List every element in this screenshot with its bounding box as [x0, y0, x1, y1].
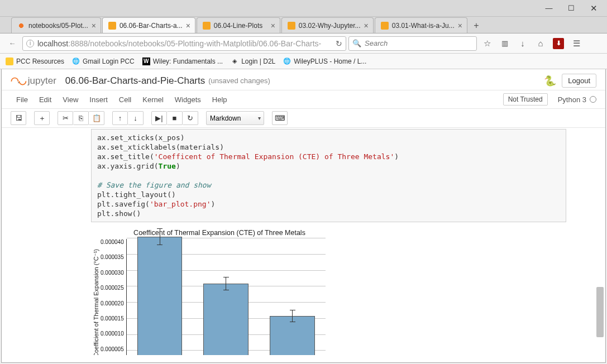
- menu-cell[interactable]: Cell: [113, 93, 137, 106]
- run-button[interactable]: ▶|: [151, 111, 167, 125]
- code-line: plt.savefig(: [97, 200, 150, 208]
- menu-edit[interactable]: Edit: [34, 93, 57, 106]
- tab-label: 06.06-Bar-Charts-a...: [120, 22, 183, 30]
- move-down-button[interactable]: ↓: [128, 111, 144, 125]
- code-line: plt.tight_layout(): [97, 190, 176, 199]
- tab-close-icon[interactable]: ×: [271, 21, 275, 30]
- tab-label: notebooks/05-Plot...: [28, 22, 88, 30]
- downloads-icon[interactable]: ↓: [515, 36, 530, 51]
- kernel-indicator[interactable]: Python 3: [558, 95, 596, 104]
- bookmark-star-icon[interactable]: ☆: [479, 36, 495, 51]
- browser-navbar: ← i localhost:8888/notebooks/notebooks/0…: [0, 33, 607, 54]
- bookmark-label: WileyPLUS - Home / L...: [294, 58, 366, 65]
- window-close-button[interactable]: ✕: [582, 1, 605, 16]
- jupyter-header: ◠•◡ jupyter 06.06-Bar-Charts-and-Pie-Cha…: [2, 69, 605, 90]
- browser-tab[interactable]: 03.02-Why-Jupyter... ×: [281, 17, 374, 33]
- trust-indicator[interactable]: Not Trusted: [503, 93, 548, 106]
- refresh-icon[interactable]: ↻: [336, 39, 342, 48]
- url-bar[interactable]: i localhost:8888/notebooks/notebooks/05-…: [22, 36, 346, 51]
- python-icon: 🐍: [544, 75, 556, 87]
- chart-yaxis: 0.000040 0.000035 0.000030 0.000025 0.00…: [101, 239, 126, 355]
- paste-button[interactable]: 📋: [89, 111, 104, 125]
- menu-file[interactable]: File: [11, 93, 34, 106]
- copy-button[interactable]: ⎘: [73, 111, 89, 125]
- code-line: ): [211, 200, 216, 208]
- bookmark-item[interactable]: PCC Resources: [6, 58, 64, 65]
- command-palette-button[interactable]: ⌨: [272, 111, 288, 125]
- tab-close-icon[interactable]: ×: [458, 21, 462, 30]
- bookmark-label: Gmail Login PCC: [83, 58, 135, 65]
- bookmark-item[interactable]: ◈Login | D2L: [231, 58, 275, 65]
- chart-ylabel: Coefficient of Thermal Expansion (°C⁻¹): [91, 239, 101, 355]
- jupyter-menubar: File Edit View Insert Cell Kernel Widget…: [2, 90, 605, 109]
- bookmark-item[interactable]: 🌐WileyPLUS - Home / L...: [283, 58, 366, 65]
- folder-icon: [6, 58, 13, 65]
- notebook-favicon-icon: [381, 22, 389, 30]
- code-line: ax.set_title(: [97, 152, 154, 161]
- wiley-icon: W: [142, 58, 150, 65]
- browser-tab[interactable]: notebooks/05-Plot... ×: [11, 17, 101, 33]
- library-icon[interactable]: ▥: [497, 36, 513, 51]
- ytick: 0.000030: [101, 270, 124, 276]
- jupyter-orb-icon: ◠•◡: [11, 75, 26, 87]
- new-tab-button[interactable]: +: [469, 18, 484, 33]
- jupyter-logo[interactable]: ◠•◡ jupyter: [11, 75, 56, 87]
- cut-button[interactable]: ✂: [58, 111, 73, 125]
- move-up-button[interactable]: ↑: [112, 111, 128, 125]
- menu-insert[interactable]: Insert: [84, 93, 113, 106]
- search-box[interactable]: 🔍: [348, 36, 477, 51]
- jupyter-favicon-icon: [17, 22, 25, 30]
- code-line: ax.set_xticks(x_pos): [97, 133, 185, 142]
- tab-close-icon[interactable]: ×: [364, 21, 369, 30]
- menu-kernel[interactable]: Kernel: [137, 93, 169, 106]
- ytick: 0.000010: [101, 331, 124, 337]
- notebook-favicon-icon: [288, 22, 295, 30]
- ytick: 0.000025: [101, 285, 124, 291]
- logout-button[interactable]: Logout: [562, 74, 596, 88]
- code-line: plt.show(): [97, 209, 141, 218]
- search-input[interactable]: [365, 39, 473, 47]
- chart-bar: [137, 237, 183, 355]
- window-maximize-button[interactable]: ☐: [560, 1, 582, 16]
- globe-icon: 🌐: [283, 58, 291, 65]
- bookmark-label: Wiley: Fundamentals ...: [153, 58, 223, 65]
- browser-tab[interactable]: 03.01-What-is-a-Ju... ×: [375, 17, 467, 33]
- code-cell[interactable]: ax.set_xticks(x_pos) ax.set_xticklabels(…: [91, 129, 566, 222]
- bookmark-item[interactable]: 🌐Gmail Login PCC: [72, 58, 135, 65]
- window-minimize-button[interactable]: —: [538, 1, 560, 16]
- tab-close-icon[interactable]: ×: [92, 21, 96, 30]
- tab-close-icon[interactable]: ×: [186, 21, 190, 30]
- ytick: 0.000005: [101, 346, 124, 352]
- restart-button[interactable]: ↻: [183, 111, 198, 125]
- notebook-title[interactable]: 06.06-Bar-Charts-and-Pie-Charts: [65, 75, 205, 87]
- site-info-icon[interactable]: i: [26, 40, 34, 47]
- scrollbar-thumb[interactable]: [596, 287, 604, 337]
- notebook-favicon-icon: [108, 22, 116, 30]
- search-icon: 🔍: [352, 39, 361, 47]
- bookmark-label: Login | D2L: [241, 58, 275, 65]
- back-button[interactable]: ←: [4, 36, 20, 51]
- home-icon[interactable]: ⌂: [533, 36, 548, 51]
- chart-title: Coefficent of Thermal Expansion (CTE) of…: [113, 229, 326, 237]
- chart-output: Coefficent of Thermal Expansion (CTE) of…: [91, 229, 326, 355]
- globe-icon: 🌐: [72, 58, 80, 65]
- celltype-select[interactable]: Markdown: [206, 111, 264, 125]
- menu-widgets[interactable]: Widgets: [169, 93, 207, 106]
- celltype-value: Markdown: [210, 114, 241, 122]
- interrupt-button[interactable]: ■: [167, 111, 183, 125]
- code-line: ): [394, 152, 399, 161]
- save-button[interactable]: 🖫: [11, 111, 26, 125]
- menu-icon[interactable]: ☰: [568, 36, 584, 51]
- pdf-addon-icon[interactable]: ⬇: [551, 36, 566, 51]
- page-content: ◠•◡ jupyter 06.06-Bar-Charts-and-Pie-Cha…: [1, 69, 606, 363]
- bookmark-item[interactable]: WWiley: Fundamentals ...: [142, 58, 223, 65]
- menu-help[interactable]: Help: [207, 93, 233, 106]
- browser-tabstrip: notebooks/05-Plot... × 06.06-Bar-Charts-…: [0, 17, 607, 33]
- chart-bar: [203, 284, 248, 356]
- insert-cell-button[interactable]: ＋: [34, 111, 50, 125]
- kernel-name: Python 3: [558, 95, 586, 104]
- menu-view[interactable]: View: [57, 93, 84, 106]
- tab-label: 03.01-What-is-a-Ju...: [392, 22, 455, 30]
- browser-tab[interactable]: 06.04-Line-Plots ×: [197, 17, 280, 33]
- browser-tab-active[interactable]: 06.06-Bar-Charts-a... ×: [102, 17, 195, 33]
